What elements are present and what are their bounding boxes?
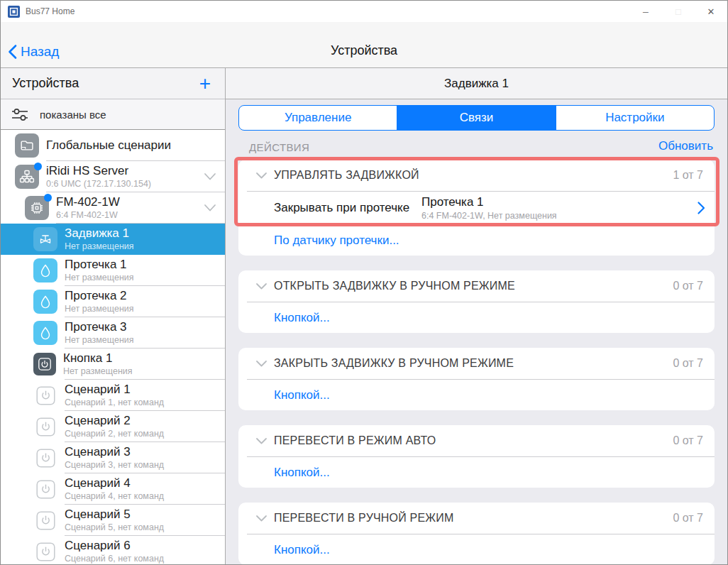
sidebar-item-scenariy-4[interactable]: Сценарий 4 Сценарий 4, нет команд xyxy=(1,473,225,505)
sidebar-item-fm-402-1w[interactable]: FM-402-1W 6:4 FM-402-1W xyxy=(1,192,225,224)
detail-title: Задвижка 1 xyxy=(226,68,727,99)
chevron-down-icon[interactable] xyxy=(204,172,216,181)
scenario-icon xyxy=(33,415,57,439)
action-card-otkryt-zadvizhku: ОТКРЫТЬ ЗАДВИЖКУ В РУЧНОМ РЕЖИМЕ 0 от 7 … xyxy=(238,270,715,333)
app-window: Bus77 Home – □ ✕ Назад Устройства Устрой… xyxy=(0,0,728,565)
item-subtitle: Сценарий 6, нет команд xyxy=(65,554,164,564)
chevron-down-icon xyxy=(255,172,268,180)
maximize-button[interactable]: □ xyxy=(662,1,695,22)
card-title: ПЕРЕВЕСТИ В РЕЖИМ АВТО xyxy=(274,434,436,447)
sidebar-item-protechka-2[interactable]: Протечка 2 Нет размещения xyxy=(1,286,225,317)
chip-icon xyxy=(25,196,49,220)
main-split: Устройства + показаны все Глобальные сце… xyxy=(1,68,727,565)
close-button[interactable]: ✕ xyxy=(695,1,727,22)
refresh-link[interactable]: Обновить xyxy=(658,139,713,153)
sidebar-item-scenariy-2[interactable]: Сценарий 2 Сценарий 2, нет команд xyxy=(1,411,225,442)
add-binding-link[interactable]: По датчику протечки... xyxy=(274,234,399,248)
add-device-button[interactable]: + xyxy=(195,76,215,92)
sidebar-header: Устройства + xyxy=(1,68,225,99)
item-subtitle: Сценарий 1, нет команд xyxy=(65,397,164,408)
binding-row-zakryvat-pri-protechke[interactable]: Закрывать при протечке Протечка 1 6:4 FM… xyxy=(238,192,715,224)
sidebar-item-protechka-1[interactable]: Протечка 1 Нет размещения xyxy=(1,255,225,286)
item-title: iRidi HS Server xyxy=(46,164,151,178)
sidebar-item-scenariy-3[interactable]: Сценарий 3 Сценарий 3, нет команд xyxy=(1,442,225,473)
action-card-zakryt-zadvizhku: ЗАКРЫТЬ ЗАДВИЖКУ В РУЧНОМ РЕЖИМЕ 0 от 7 … xyxy=(238,348,715,410)
tab-svyazi[interactable]: Связи xyxy=(397,106,555,130)
filter-row[interactable]: показаны все xyxy=(1,99,225,130)
card-header[interactable]: ЗАКРЫТЬ ЗАДВИЖКУ В РУЧНОМ РЕЖИМЕ 0 от 7 xyxy=(238,348,715,379)
binding-value-title: Протечка 1 xyxy=(421,195,557,209)
page-title: Устройства xyxy=(1,43,727,58)
sidebar-item-scenariy-5[interactable]: Сценарий 5 Сценарий 5, нет команд xyxy=(1,505,225,536)
add-binding-link[interactable]: Кнопкой... xyxy=(274,466,330,480)
item-subtitle: 0:6 UMC (172.17.130.154) xyxy=(46,179,151,190)
sidebar-item-knopka-1[interactable]: Кнопка 1 Нет размещения xyxy=(1,349,225,380)
add-binding-row[interactable]: Кнопкой... xyxy=(238,457,715,488)
tab-upravlenie[interactable]: Управление xyxy=(239,106,397,130)
binding-label: Закрывать при протечке xyxy=(274,201,409,215)
tab-nastroyki[interactable]: Настройки xyxy=(556,106,714,130)
action-card-perevesti-v-ruchnoy-rezhim: ПЕРЕВЕСТИ В РУЧНОЙ РЕЖИМ 0 от 7 Кнопкой.… xyxy=(238,503,715,565)
section-label: ДЕЙСТВИЯ xyxy=(249,141,309,153)
item-title: Сценарий 4 xyxy=(65,476,164,490)
water-drop-icon xyxy=(33,290,57,314)
item-subtitle: Сценарий 3, нет команд xyxy=(65,460,164,471)
item-title: Задвижка 1 xyxy=(65,226,134,241)
detail-panel: Задвижка 1 Управление Связи Настройки ДЕ… xyxy=(226,68,727,565)
card-header[interactable]: ОТКРЫТЬ ЗАДВИЖКУ В РУЧНОМ РЕЖИМЕ 0 от 7 xyxy=(238,270,715,302)
item-title: FM-402-1W xyxy=(56,195,120,209)
detail-body: Управление Связи Настройки ДЕЙСТВИЯ Обно… xyxy=(226,99,727,565)
chevron-down-icon xyxy=(255,282,268,290)
minimize-button[interactable]: – xyxy=(629,1,662,22)
water-drop-icon xyxy=(33,258,57,282)
item-subtitle: Нет размещения xyxy=(65,273,134,283)
item-subtitle: Сценарий 4, нет команд xyxy=(65,491,164,502)
add-binding-row[interactable]: Кнопкой... xyxy=(238,380,715,410)
item-title: Протечка 1 xyxy=(65,258,134,272)
card-header[interactable]: УПРАВЛЯТЬ ЗАДВИЖКОЙ 1 от 7 xyxy=(238,160,715,191)
item-subtitle: Нет размещения xyxy=(65,335,134,346)
action-card-perevesti-v-rezhim-avto: ПЕРЕВЕСТИ В РЕЖИМ АВТО 0 от 7 Кнопкой... xyxy=(238,425,715,488)
binding-value: Протечка 1 6:4 FM-402-1W, Нет размещения xyxy=(421,195,557,221)
chevron-down-icon[interactable] xyxy=(204,204,216,212)
sidebar-item-protechka-3[interactable]: Протечка 3 Нет размещения xyxy=(1,317,225,349)
server-tree-icon xyxy=(15,165,39,189)
chevron-down-icon xyxy=(255,437,268,445)
item-subtitle: Нет размещения xyxy=(65,241,134,252)
add-binding-link[interactable]: Кнопкой... xyxy=(274,388,330,402)
add-binding-row[interactable]: Кнопкой... xyxy=(238,302,715,333)
sidebar-item-scenariy-1[interactable]: Сценарий 1 Сценарий 1, нет команд xyxy=(1,380,225,411)
power-button-icon xyxy=(33,353,56,375)
add-binding-row[interactable]: По датчику протечки... xyxy=(238,225,715,256)
item-title: Сценарий 5 xyxy=(65,508,164,522)
add-binding-link[interactable]: Кнопкой... xyxy=(274,311,330,325)
add-binding-link[interactable]: Кнопкой... xyxy=(274,543,330,557)
card-header[interactable]: ПЕРЕВЕСТИ В РЕЖИМ АВТО 0 от 7 xyxy=(238,425,715,456)
card-header[interactable]: ПЕРЕВЕСТИ В РУЧНОЙ РЕЖИМ 0 от 7 xyxy=(238,503,715,534)
card-count: 1 от 7 xyxy=(673,169,703,182)
card-title: ПЕРЕВЕСТИ В РУЧНОЙ РЕЖИМ xyxy=(274,512,454,525)
chevron-down-icon xyxy=(255,360,268,368)
sidebar-item-zadvizhka-1[interactable]: Задвижка 1 Нет размещения xyxy=(1,224,225,255)
folder-icon xyxy=(15,133,39,158)
app-logo-icon xyxy=(8,6,20,18)
scenario-icon xyxy=(33,539,57,564)
sidebar-item-global-scenarios[interactable]: Глобальные сценарии xyxy=(1,130,225,161)
item-subtitle: 6:4 FM-402-1W xyxy=(56,210,120,221)
devices-sidebar: Устройства + показаны все Глобальные сце… xyxy=(1,68,226,565)
add-binding-row[interactable]: Кнопкой... xyxy=(238,534,715,565)
scenario-icon xyxy=(33,508,57,532)
actions-section-header: ДЕЙСТВИЯ Обновить xyxy=(238,131,715,160)
sidebar-item-scenariy-6[interactable]: Сценарий 6 Сценарий 6, нет команд xyxy=(1,536,225,565)
sidebar-item-iridi-hs-server[interactable]: iRidi HS Server 0:6 UMC (172.17.130.154) xyxy=(1,161,225,192)
nav-bar: Назад Устройства xyxy=(1,22,727,68)
scenario-icon xyxy=(33,477,57,501)
item-title: Сценарий 6 xyxy=(65,539,164,553)
item-subtitle: Нет размещения xyxy=(63,366,133,377)
binding-value-subtitle: 6:4 FM-402-1W, Нет размещения xyxy=(421,211,557,221)
scenario-icon xyxy=(33,383,57,407)
item-title: Сценарий 3 xyxy=(65,445,164,459)
chevron-right-icon xyxy=(697,201,705,215)
filter-sliders-icon xyxy=(11,107,29,121)
item-subtitle: Сценарий 5, нет команд xyxy=(65,522,164,533)
